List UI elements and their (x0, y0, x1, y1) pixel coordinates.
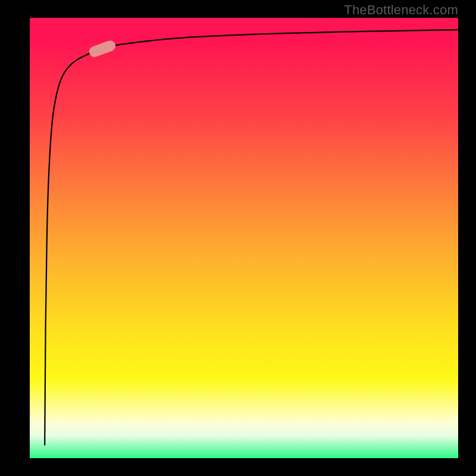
plot-area (30, 18, 458, 458)
attribution-text: TheBottleneck.com (344, 2, 458, 18)
chart-frame: TheBottleneck.com (0, 0, 476, 476)
curve-line (30, 18, 458, 458)
